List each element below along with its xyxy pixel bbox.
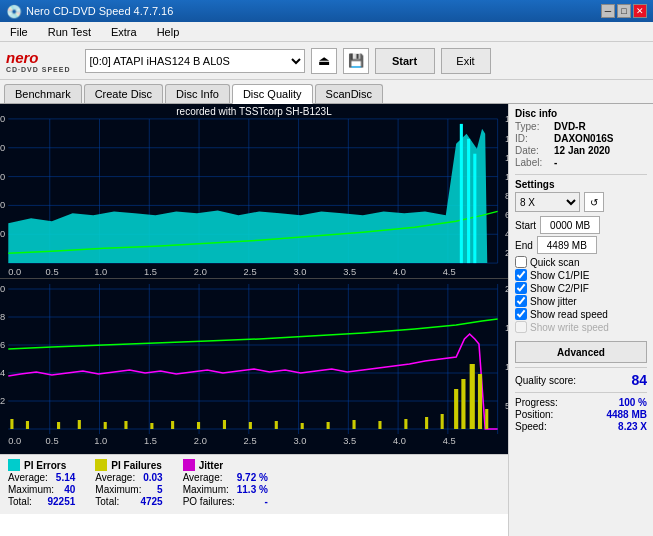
svg-text:15: 15 [505, 323, 508, 333]
svg-rect-96 [404, 419, 407, 429]
end-mb-input[interactable] [537, 236, 597, 254]
svg-rect-85 [124, 421, 127, 429]
svg-rect-93 [327, 422, 330, 429]
tab-disc-info[interactable]: Disc Info [165, 84, 230, 103]
svg-text:16: 16 [505, 114, 508, 124]
disc-info-section: Disc info Type: DVD-R ID: DAXON016S Date… [515, 108, 647, 168]
svg-text:10: 10 [0, 229, 5, 239]
menu-extra[interactable]: Extra [105, 24, 143, 40]
chart-title: recorded with TSSTcorp SH-B123L [176, 106, 331, 117]
maximize-button[interactable]: □ [617, 4, 631, 18]
window-controls: ─ □ ✕ [601, 4, 647, 18]
tab-benchmark[interactable]: Benchmark [4, 84, 82, 103]
show-read-speed-checkbox[interactable] [515, 308, 527, 320]
tab-bar: Benchmark Create Disc Disc Info Disc Qua… [0, 80, 653, 104]
app-icon: 💿 [6, 4, 22, 19]
po-failures-val: - [265, 496, 268, 507]
svg-text:2.5: 2.5 [244, 267, 257, 277]
toolbar: nero CD·DVD SPEED [0:0] ATAPI iHAS124 B … [0, 42, 653, 80]
chart-top: recorded with TSSTcorp SH-B123L [0, 104, 508, 279]
svg-text:0.5: 0.5 [46, 436, 59, 446]
position-row: Position: 4488 MB [515, 409, 647, 420]
jitter-max-row: Maximum: 11.3 % [183, 484, 268, 495]
svg-rect-91 [275, 421, 278, 429]
svg-text:10: 10 [0, 284, 5, 294]
app-title: Nero CD-DVD Speed 4.7.7.16 [26, 5, 173, 17]
svg-text:0.0: 0.0 [8, 436, 21, 446]
svg-text:5: 5 [505, 401, 508, 411]
menu-help[interactable]: Help [151, 24, 186, 40]
show-c1pie-checkbox[interactable] [515, 269, 527, 281]
start-button[interactable]: Start [375, 48, 435, 74]
jitter-max: 11.3 % [237, 484, 268, 495]
refresh-btn[interactable]: ↺ [584, 192, 604, 212]
svg-rect-84 [104, 422, 107, 429]
jitter-avg: 9.72 % [237, 472, 268, 483]
minimize-button[interactable]: ─ [601, 4, 615, 18]
svg-text:0.5: 0.5 [46, 267, 59, 277]
pi-failures-total-row: Total: 4725 [95, 496, 162, 507]
progress-section: Progress: 100 % Position: 4488 MB Speed:… [515, 397, 647, 432]
show-write-speed-checkbox[interactable] [515, 321, 527, 333]
drive-select[interactable]: [0:0] ATAPI iHAS124 B AL0S [85, 49, 305, 73]
svg-text:4.5: 4.5 [443, 267, 456, 277]
show-jitter-row: Show jitter [515, 295, 647, 307]
quick-scan-checkbox[interactable] [515, 256, 527, 268]
svg-rect-102 [478, 374, 482, 429]
svg-text:1.5: 1.5 [144, 267, 157, 277]
svg-text:8: 8 [0, 312, 5, 322]
svg-text:2: 2 [505, 248, 508, 258]
right-panel: Disc info Type: DVD-R ID: DAXON016S Date… [508, 104, 653, 536]
tab-disc-quality[interactable]: Disc Quality [232, 84, 313, 104]
exit-button[interactable]: Exit [441, 48, 491, 74]
svg-text:4: 4 [505, 229, 508, 239]
svg-text:1.0: 1.0 [94, 267, 107, 277]
speed-select[interactable]: 8 X 4 X 12 X 16 X MAX [515, 192, 580, 212]
jitter-avg-row: Average: 9.72 % [183, 472, 268, 483]
svg-rect-103 [485, 409, 488, 429]
svg-text:14: 14 [505, 134, 508, 144]
save-icon-btn[interactable]: 💾 [343, 48, 369, 74]
svg-text:0.0: 0.0 [8, 267, 21, 277]
tab-create-disc[interactable]: Create Disc [84, 84, 163, 103]
svg-rect-89 [223, 420, 226, 429]
jitter-stats: Jitter Average: 9.72 % Maximum: 11.3 % P… [183, 459, 268, 510]
svg-rect-95 [378, 421, 381, 429]
quality-label: Quality score: [515, 375, 576, 386]
quick-scan-row: Quick scan [515, 256, 647, 268]
logo-top: nero [6, 49, 71, 66]
pi-failures-max-row: Maximum: 5 [95, 484, 162, 495]
start-mb-row: Start [515, 216, 647, 234]
pi-failures-max: 5 [157, 484, 163, 495]
progress-value: 100 % [619, 397, 647, 408]
advanced-button[interactable]: Advanced [515, 341, 647, 363]
menu-run-test[interactable]: Run Test [42, 24, 97, 40]
show-jitter-checkbox[interactable] [515, 295, 527, 307]
disc-date-row: Date: 12 Jan 2020 [515, 145, 647, 156]
title-bar: 💿 Nero CD-DVD Speed 4.7.7.16 ─ □ ✕ [0, 0, 653, 22]
svg-text:20: 20 [0, 201, 5, 211]
svg-rect-100 [461, 379, 465, 429]
start-mb-input[interactable] [540, 216, 600, 234]
pi-failures-label: PI Failures [95, 459, 162, 471]
close-button[interactable]: ✕ [633, 4, 647, 18]
svg-text:3.5: 3.5 [343, 267, 356, 277]
show-c2pif-checkbox[interactable] [515, 282, 527, 294]
menu-file[interactable]: File [4, 24, 34, 40]
chart-top-svg: 50 40 30 20 10 16 14 12 10 8 6 4 2 0.0 0… [0, 104, 508, 278]
show-write-speed-label: Show write speed [530, 322, 609, 333]
svg-text:4.5: 4.5 [443, 436, 456, 446]
svg-rect-83 [78, 420, 81, 429]
show-c2pif-label: Show C2/PIF [530, 283, 589, 294]
pi-failures-color [95, 459, 107, 471]
svg-text:3.0: 3.0 [293, 436, 306, 446]
stats-bar: PI Errors Average: 5.14 Maximum: 40 Tota… [0, 454, 508, 514]
svg-text:4.0: 4.0 [393, 436, 406, 446]
tab-scan-disc[interactable]: ScanDisc [315, 84, 383, 103]
eject-icon-btn[interactable]: ⏏ [311, 48, 337, 74]
quality-score-value: 84 [631, 372, 647, 388]
jitter-label: Jitter [183, 459, 268, 471]
svg-text:2.5: 2.5 [244, 436, 257, 446]
svg-rect-82 [57, 422, 60, 429]
position-label: Position: [515, 409, 553, 420]
